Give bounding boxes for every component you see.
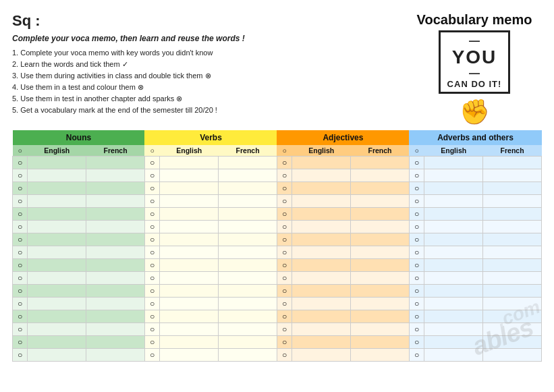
nouns-circle-cell: ○	[13, 157, 28, 169]
nouns-circle-cell: ○	[13, 182, 28, 195]
verbs-english-cell	[160, 169, 219, 182]
verbs-circle-cell: ○	[144, 169, 159, 182]
verbs-english-cell	[160, 285, 219, 298]
table-row: ○ ○ ○ ○	[13, 169, 542, 182]
adj-french-cell	[351, 285, 410, 298]
verbs-french-cell	[219, 349, 277, 362]
nouns-french-cell	[86, 246, 145, 259]
nouns-french-cell	[86, 169, 145, 182]
table-row: ○ ○ ○ ○	[13, 246, 542, 259]
adv-french-cell	[483, 272, 542, 285]
adv-circle-sub: ○	[409, 145, 424, 157]
verbs-french-cell	[219, 259, 277, 272]
instructions: 1. Complete your voca memo with key word…	[12, 47, 407, 116]
verbs-circle-sub: ○	[144, 145, 159, 157]
verbs-french-cell	[219, 336, 277, 349]
nouns-english-cell	[28, 221, 86, 233]
nouns-english-cell	[28, 208, 86, 221]
you-text: YOU	[447, 47, 502, 68]
nouns-english-cell	[28, 298, 86, 310]
nouns-circle-cell: ○	[13, 169, 28, 182]
adj-french-cell	[351, 233, 410, 246]
verbs-english-sub: English	[160, 145, 219, 157]
adv-french-cell	[483, 208, 542, 221]
adv-french-cell	[483, 259, 542, 272]
adj-circle-sub: ○	[277, 145, 292, 157]
adv-french-cell	[483, 169, 542, 182]
adv-circle-cell: ○	[409, 208, 424, 221]
verbs-circle-cell: ○	[144, 349, 159, 362]
nouns-header: Nouns	[13, 130, 145, 145]
verbs-english-cell	[160, 195, 219, 208]
adj-circle-cell: ○	[277, 323, 292, 336]
nouns-english-cell	[28, 310, 86, 323]
verbs-circle-cell: ○	[144, 298, 159, 310]
header-left: Sq : Complete your voca memo, then learn…	[12, 12, 407, 116]
table-row: ○ ○ ○ ○	[13, 182, 542, 195]
verbs-english-cell	[160, 233, 219, 246]
nouns-french-cell	[86, 323, 145, 336]
adj-french-cell	[351, 298, 410, 310]
adj-circle-cell: ○	[277, 336, 292, 349]
adv-circle-cell: ○	[409, 169, 424, 182]
adj-french-cell	[351, 169, 410, 182]
adj-circle-cell: ○	[277, 298, 292, 310]
adv-circle-cell: ○	[409, 285, 424, 298]
verbs-english-cell	[160, 349, 219, 362]
nouns-french-cell	[86, 310, 145, 323]
verbs-french-cell	[219, 298, 277, 310]
verbs-circle-cell: ○	[144, 221, 159, 233]
adj-circle-cell: ○	[277, 157, 292, 169]
adv-circle-cell: ○	[409, 310, 424, 323]
verbs-french-cell	[219, 310, 277, 323]
nouns-french-cell	[86, 285, 145, 298]
verbs-french-cell	[219, 233, 277, 246]
table-row: ○ ○ ○ ○	[13, 272, 542, 285]
fist-icon: ✊	[460, 98, 490, 126]
adj-english-cell	[292, 336, 351, 349]
table-row: ○ ○ ○ ○	[13, 349, 542, 362]
verbs-circle-cell: ○	[144, 259, 159, 272]
verbs-english-cell	[160, 246, 219, 259]
nouns-english-cell	[28, 182, 86, 195]
adv-circle-cell: ○	[409, 349, 424, 362]
adv-english-cell	[424, 285, 483, 298]
nouns-french-cell	[86, 272, 145, 285]
adv-circle-cell: ○	[409, 272, 424, 285]
adj-english-cell	[292, 221, 351, 233]
adv-english-cell	[424, 246, 483, 259]
instruction-1: 1. Complete your voca memo with key word…	[12, 47, 407, 59]
adv-french-cell	[483, 246, 542, 259]
dash-right: —	[469, 67, 480, 79]
adj-english-cell	[292, 323, 351, 336]
adv-circle-cell: ○	[409, 233, 424, 246]
adv-english-cell	[424, 349, 483, 362]
verbs-french-cell	[219, 323, 277, 336]
instruction-3: 3. Use them during activities in class a…	[12, 70, 407, 82]
verbs-english-cell	[160, 182, 219, 195]
adv-english-cell	[424, 195, 483, 208]
subtitle: Complete your voca memo, then learn and …	[12, 34, 407, 43]
verbs-french-cell	[219, 285, 277, 298]
verbs-french-sub: French	[219, 145, 277, 157]
adv-english-cell	[424, 208, 483, 221]
header-row: Nouns Verbs Adjectives Adverbs and other…	[13, 130, 542, 145]
adv-french-cell	[483, 310, 542, 323]
adj-header: Adjectives	[277, 130, 409, 145]
vocabulary-table: Nouns Verbs Adjectives Adverbs and other…	[12, 130, 542, 362]
nouns-circle-cell: ○	[13, 285, 28, 298]
adj-english-cell	[292, 169, 351, 182]
instruction-5: 5. Use them in test in another chapter a…	[12, 93, 407, 105]
adv-french-cell	[483, 298, 542, 310]
instruction-2: 2. Learn the words and tick them ✓	[12, 59, 407, 70]
nouns-circle-cell: ○	[13, 272, 28, 285]
verbs-english-cell	[160, 259, 219, 272]
instruction-4: 4. Use them in a test and colour them ⊗	[12, 82, 407, 93]
adv-circle-cell: ○	[409, 336, 424, 349]
verbs-circle-cell: ○	[144, 285, 159, 298]
adv-french-cell	[483, 336, 542, 349]
adj-french-cell	[351, 349, 410, 362]
verbs-circle-cell: ○	[144, 157, 159, 169]
verbs-english-cell	[160, 208, 219, 221]
verbs-circle-cell: ○	[144, 195, 159, 208]
